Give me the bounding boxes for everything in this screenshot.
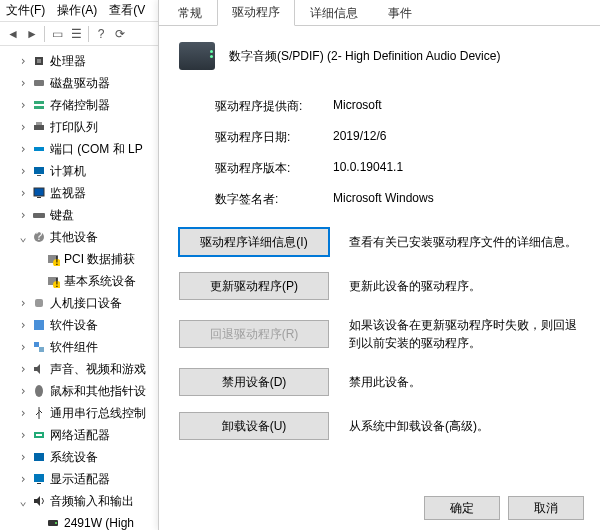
svg-point-34 (55, 522, 57, 524)
tree-item[interactable]: ›系统设备 (2, 446, 158, 468)
tab-general[interactable]: 常规 (163, 0, 217, 26)
expand-icon[interactable]: › (16, 406, 30, 420)
svg-rect-22 (34, 320, 44, 330)
disable-device-button[interactable]: 禁用设备(D) (179, 368, 329, 396)
tree-item-label: 处理器 (50, 53, 86, 70)
cpu-icon (30, 53, 48, 69)
tree-item[interactable]: ›声音、视频和游戏 (2, 358, 158, 380)
tree-item[interactable]: ›通用串行总线控制 (2, 402, 158, 424)
driver-actions: 驱动程序详细信息(I) 查看有关已安装驱动程序文件的详细信息。 更新驱动程序(P… (179, 228, 580, 440)
svg-rect-23 (34, 342, 39, 347)
tree-item-label: 鼠标和其他指针设 (50, 383, 146, 400)
expand-icon[interactable]: › (16, 384, 30, 398)
swc-icon (30, 339, 48, 355)
tab-details[interactable]: 详细信息 (295, 0, 373, 26)
printer-icon (30, 119, 48, 135)
system-icon (30, 449, 48, 465)
tree-item[interactable]: ›计算机 (2, 160, 158, 182)
toolbar-separator (44, 26, 45, 42)
driver-info: 驱动程序提供商: Microsoft 驱动程序日期: 2019/12/6 驱动程… (215, 98, 580, 208)
svg-rect-31 (37, 483, 41, 484)
tree-item[interactable]: ›磁盘驱动器 (2, 72, 158, 94)
svg-rect-21 (35, 299, 43, 307)
expand-icon[interactable]: › (16, 450, 30, 464)
port-icon (30, 141, 48, 157)
tree-item[interactable]: ⌄?其他设备 (2, 226, 158, 248)
refresh-icon[interactable]: ⟳ (111, 25, 129, 43)
hid-icon (30, 295, 48, 311)
expand-icon[interactable]: › (16, 472, 30, 486)
tree-item[interactable]: ›端口 (COM 和 LP (2, 138, 158, 160)
expand-icon[interactable]: › (16, 296, 30, 310)
tree-item-label: 2491W (High (64, 516, 134, 530)
collapse-icon[interactable]: ⌄ (16, 494, 30, 508)
driver-details-button[interactable]: 驱动程序详细信息(I) (179, 228, 329, 256)
tree-item[interactable]: ›处理器 (2, 50, 158, 72)
list-icon[interactable]: ☰ (67, 25, 85, 43)
back-icon[interactable]: ◄ (4, 25, 22, 43)
expand-icon[interactable]: › (16, 208, 30, 222)
expand-icon[interactable]: › (16, 142, 30, 156)
tree-item-label: 系统设备 (50, 449, 98, 466)
uninstall-device-button[interactable]: 卸载设备(U) (179, 412, 329, 440)
menu-file[interactable]: 文件(F) (6, 2, 45, 19)
expand-icon[interactable]: › (16, 98, 30, 112)
tree-item[interactable]: ›人机接口设备 (2, 292, 158, 314)
expand-icon[interactable]: › (16, 340, 30, 354)
tree-item-label: PCI 数据捕获 (64, 251, 135, 268)
expand-icon[interactable]: › (16, 428, 30, 442)
forward-icon[interactable]: ► (23, 25, 41, 43)
disable-device-desc: 禁用此设备。 (349, 373, 580, 391)
svg-rect-3 (34, 101, 44, 104)
other-icon: ? (30, 229, 48, 245)
tree-item[interactable]: ›键盘 (2, 204, 158, 226)
tree-item[interactable]: ›软件组件 (2, 336, 158, 358)
tree-item[interactable]: ›存储控制器 (2, 94, 158, 116)
expand-icon[interactable]: › (16, 164, 30, 178)
menu-view[interactable]: 查看(V (109, 2, 145, 19)
tree-item[interactable]: ›鼠标和其他指针设 (2, 380, 158, 402)
svg-rect-29 (34, 453, 44, 461)
svg-marker-25 (34, 364, 40, 374)
cancel-button[interactable]: 取消 (508, 496, 584, 520)
svg-rect-10 (34, 188, 44, 196)
expand-icon[interactable]: › (16, 186, 30, 200)
device-tree[interactable]: ›处理器›磁盘驱动器›存储控制器›打印队列›端口 (COM 和 LP›计算机›监… (0, 46, 160, 530)
tree-item[interactable]: 2491W (High (2, 512, 158, 530)
svg-rect-4 (34, 106, 44, 109)
svg-point-26 (35, 385, 43, 397)
svg-rect-28 (36, 434, 42, 436)
help-icon[interactable]: ? (92, 25, 110, 43)
tree-item[interactable]: ›打印队列 (2, 116, 158, 138)
tree-item[interactable]: ›网络适配器 (2, 424, 158, 446)
svg-marker-32 (34, 496, 40, 506)
tree-item-label: 显示适配器 (50, 471, 110, 488)
menu-action[interactable]: 操作(A) (57, 2, 97, 19)
update-driver-button[interactable]: 更新驱动程序(P) (179, 272, 329, 300)
tree-item-label: 网络适配器 (50, 427, 110, 444)
expand-icon[interactable]: › (16, 318, 30, 332)
expand-icon[interactable]: › (16, 76, 30, 90)
tree-item-label: 监视器 (50, 185, 86, 202)
svg-rect-12 (33, 213, 45, 218)
show-hide-icon[interactable]: ▭ (48, 25, 66, 43)
tree-item-label: 人机接口设备 (50, 295, 122, 312)
expand-icon[interactable]: › (16, 362, 30, 376)
tree-item[interactable]: !基本系统设备 (2, 270, 158, 292)
tree-item[interactable]: ›软件设备 (2, 314, 158, 336)
tree-item-label: 软件组件 (50, 339, 98, 356)
tree-item[interactable]: ⌄音频输入和输出 (2, 490, 158, 512)
tree-item-label: 键盘 (50, 207, 74, 224)
tree-item[interactable]: !PCI 数据捕获 (2, 248, 158, 270)
expand-icon[interactable]: › (16, 54, 30, 68)
tree-item[interactable]: ›显示适配器 (2, 468, 158, 490)
collapse-icon[interactable]: ⌄ (16, 230, 30, 244)
tab-events[interactable]: 事件 (373, 0, 427, 26)
tree-item-label: 计算机 (50, 163, 86, 180)
tree-item[interactable]: ›监视器 (2, 182, 158, 204)
expand-icon[interactable]: › (16, 120, 30, 134)
tab-driver[interactable]: 驱动程序 (217, 0, 295, 26)
version-label: 驱动程序版本: (215, 160, 333, 177)
ok-button[interactable]: 确定 (424, 496, 500, 520)
properties-dialog: 常规 驱动程序 详细信息 事件 数字音频(S/PDIF) (2- High De… (158, 0, 600, 530)
